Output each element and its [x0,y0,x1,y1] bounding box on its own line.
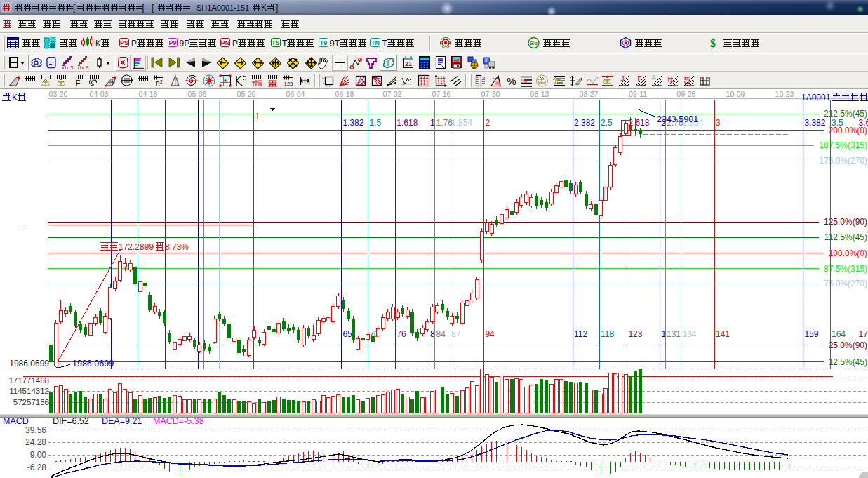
svg-text:172.2899: 172.2899 [119,242,154,252]
svg-text:1986.0699: 1986.0699 [72,359,114,369]
svg-text:39.56: 39.56 [25,425,46,435]
svg-text:2.5: 2.5 [601,118,613,128]
svg-text:171771468: 171771468 [8,376,49,385]
svg-text:25.0%(90): 25.0%(90) [829,340,867,350]
svg-text:04-18: 04-18 [139,90,158,98]
svg-text:J: J [621,75,625,83]
svg-text:09-25: 09-25 [677,90,696,98]
svg-text:164: 164 [832,329,846,339]
svg-text:10-09: 10-09 [726,90,745,98]
svg-text:07-16: 07-16 [432,90,451,98]
svg-text:1: 1 [662,329,667,339]
svg-text:PS: PS [120,39,128,46]
svg-text:65: 65 [342,329,352,339]
svg-text:Big: Big [530,41,537,46]
svg-text:94: 94 [485,329,495,339]
svg-text:123: 123 [628,329,642,339]
svg-text:10-23: 10-23 [775,90,794,98]
svg-text:n: n [156,79,160,87]
svg-text:PN: PN [221,39,230,46]
svg-text:9: 9 [86,65,89,70]
svg-text:3: 3 [70,65,74,70]
svg-text:$: $ [710,37,716,49]
svg-text:06-04: 06-04 [286,90,305,98]
svg-text:07-02: 07-02 [383,90,402,98]
svg-text:141: 141 [716,329,730,339]
svg-text:04-03: 04-03 [90,90,109,98]
svg-text:3: 3 [716,118,721,128]
svg-text:2343.5901: 2343.5901 [657,114,698,124]
svg-text:123: 123 [284,81,293,87]
svg-text:2.382: 2.382 [574,118,595,128]
svg-text:05-20: 05-20 [237,90,256,98]
svg-text:%: % [494,79,500,86]
svg-text:114514312: 114514312 [9,387,49,395]
svg-text:3.6: 3.6 [859,118,868,128]
svg-text:1.854: 1.854 [451,118,472,128]
svg-text:118: 118 [601,329,614,339]
svg-text:2.618: 2.618 [628,118,649,128]
svg-text:1.76: 1.76 [436,118,453,128]
svg-text:K: K [12,93,18,102]
svg-text:05-06: 05-06 [188,90,207,98]
svg-text:76: 76 [396,329,406,339]
svg-text:170: 170 [859,329,868,339]
svg-text:159: 159 [804,329,818,339]
svg-text:P9: P9 [168,39,176,46]
svg-text:DIF=6.52: DIF=6.52 [53,416,89,426]
svg-text:T9: T9 [320,39,328,46]
svg-text:3.382: 3.382 [804,118,825,128]
svg-text:F: F [638,75,642,83]
svg-text:1A0001: 1A0001 [801,93,831,102]
svg-text:12.5%(45): 12.5%(45) [829,357,867,367]
svg-text:MACD: MACD [3,416,29,426]
svg-text:06-18: 06-18 [335,90,354,98]
svg-text:1.618: 1.618 [396,118,418,128]
svg-text:100.0%(0): 100.0%(0) [829,248,867,258]
svg-text:-6.28: -6.28 [27,463,47,472]
svg-text:08-13: 08-13 [530,90,549,98]
svg-text:1.5: 1.5 [369,118,381,128]
svg-text:1.382: 1.382 [342,118,363,128]
svg-text:84: 84 [436,329,446,339]
svg-text:F: F [76,79,81,87]
svg-text:%: % [507,75,516,87]
svg-text:MACD=-5.38: MACD=-5.38 [153,416,204,426]
svg-text:134: 134 [683,329,697,339]
svg-text:2: 2 [160,79,163,84]
svg-text:8.73%: 8.73% [165,242,189,252]
svg-text:112.5%(45): 112.5%(45) [824,232,867,242]
svg-text:175.0%(270): 175.0%(270) [819,156,867,166]
svg-text:87: 87 [451,329,461,339]
svg-text:07-30: 07-30 [481,90,500,98]
svg-text:1: 1 [255,112,260,121]
svg-text:57257156: 57257156 [13,398,49,406]
svg-text:TS: TS [272,39,280,46]
svg-text:131: 131 [667,329,681,339]
svg-text:09-11: 09-11 [629,90,647,98]
svg-text:24.28: 24.28 [25,437,46,447]
svg-text:%: % [521,77,527,84]
svg-text:1986.0699: 1986.0699 [9,359,49,369]
svg-text:3.5: 3.5 [832,118,843,128]
svg-text:187.5%(315): 187.5%(315) [819,140,867,150]
svg-text:9.00: 9.00 [30,450,47,460]
svg-text:2: 2 [485,118,490,128]
svg-text:DEA=9.21: DEA=9.21 [102,416,142,426]
svg-text:2: 2 [482,75,486,81]
svg-text:03-20: 03-20 [49,90,68,98]
svg-text:08-27: 08-27 [580,90,599,98]
svg-text:21: 21 [405,60,412,67]
svg-text:112: 112 [574,329,587,339]
svg-text:TN: TN [371,39,380,46]
